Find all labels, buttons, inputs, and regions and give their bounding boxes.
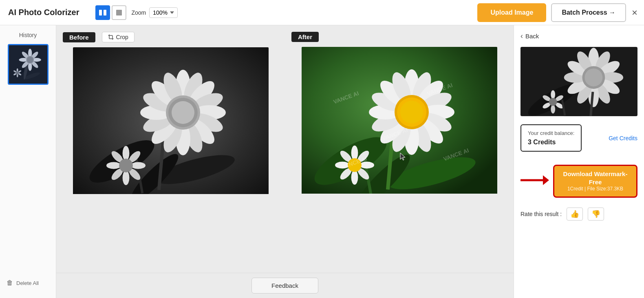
delete-all-button[interactable]: 🗑 Delete All [0, 274, 56, 291]
back-chevron-icon: ‹ [520, 32, 523, 40]
back-button[interactable]: ‹ Back [520, 32, 637, 40]
batch-process-button[interactable]: Batch Process → [551, 3, 626, 22]
after-label: After [291, 32, 319, 42]
svg-rect-24 [9, 45, 47, 84]
after-panel-header: After [291, 32, 507, 42]
rate-label: Rate this result : [520, 211, 562, 217]
color-daisy-image: VANCE AI VANCE AI VANCE AI VANCE AI VANC… [302, 47, 497, 194]
svg-point-121 [549, 98, 557, 106]
crop-icon [108, 34, 114, 40]
bottom-bar: Feedback [56, 273, 514, 298]
after-panel: After [285, 25, 514, 273]
svg-point-115 [551, 90, 555, 99]
red-arrow-icon [520, 173, 549, 188]
before-panel-header: Before Crop [63, 32, 278, 42]
right-panel: ‹ Back [514, 25, 644, 298]
before-label: Before [63, 32, 95, 42]
thumbs-down-button[interactable]: 👎 [588, 207, 604, 221]
svg-rect-2 [116, 10, 122, 15]
svg-point-114 [584, 68, 602, 86]
result-thumbnail [520, 47, 637, 116]
svg-point-54 [122, 170, 129, 185]
before-image [73, 47, 269, 266]
svg-point-118 [551, 105, 555, 114]
image-panels: Before Crop [56, 25, 514, 273]
svg-point-58 [119, 159, 133, 172]
zoom-select[interactable]: 100% 75% 50% 125% 150% [149, 7, 178, 18]
zoom-label: Zoom [131, 9, 146, 16]
svg-rect-1 [104, 10, 106, 15]
svg-point-83 [400, 101, 423, 124]
credit-box: Your credit balance: 3 Credits [520, 124, 582, 152]
red-arrow-container [520, 173, 549, 189]
svg-point-56 [106, 162, 121, 169]
history-label: History [0, 32, 56, 38]
download-sub-label: 1Credit | File Size:37.3KB [559, 186, 631, 192]
svg-point-52 [131, 162, 146, 169]
app-title: AI Photo Colorizer [8, 8, 79, 17]
svg-point-88 [351, 170, 358, 185]
header: AI Photo Colorizer Zoom 100% 75% 50% 125… [0, 0, 644, 25]
crop-button[interactable]: Crop [102, 32, 135, 42]
credit-value: 3 Credits [528, 139, 574, 146]
get-credits-button[interactable]: Get Credits [609, 135, 637, 141]
back-label: Back [525, 33, 539, 40]
download-btn-label: Download Watermark-Free [563, 170, 628, 185]
svg-rect-0 [99, 10, 102, 15]
center-content: Before Crop [56, 25, 514, 298]
view-toggle [95, 5, 126, 20]
credit-title: Your credit balance: [528, 130, 574, 136]
crop-label: Crop [116, 34, 128, 40]
history-thumbnail[interactable] [8, 44, 49, 85]
svg-marker-125 [543, 175, 549, 185]
bw-daisy-image [73, 47, 269, 194]
upload-image-button[interactable]: Upload Image [477, 3, 546, 22]
svg-point-49 [172, 101, 194, 124]
download-area: Download Watermark-Free 1Credit | File S… [520, 165, 637, 198]
thumbs-up-button[interactable]: 👍 [567, 207, 583, 221]
thumbnail-image [9, 45, 47, 84]
credit-row: Your credit balance: 3 Credits Get Credi… [520, 124, 637, 158]
feedback-button[interactable]: Feedback [251, 278, 318, 294]
single-view-btn[interactable] [112, 5, 126, 20]
close-button[interactable]: × [632, 7, 637, 18]
split-view-btn[interactable] [95, 5, 110, 20]
download-watermark-free-button[interactable]: Download Watermark-Free 1Credit | File S… [553, 165, 637, 198]
after-image: VANCE AI VANCE AI VANCE AI VANCE AI VANC… [302, 47, 497, 266]
svg-point-50 [122, 146, 129, 161]
rate-row: Rate this result : 👍 👎 [520, 207, 637, 221]
result-thumb-image [520, 47, 637, 116]
before-panel: Before Crop [56, 25, 285, 273]
sidebar: History [0, 25, 56, 298]
main-layout: History [0, 25, 644, 298]
trash-icon: 🗑 [7, 279, 13, 287]
